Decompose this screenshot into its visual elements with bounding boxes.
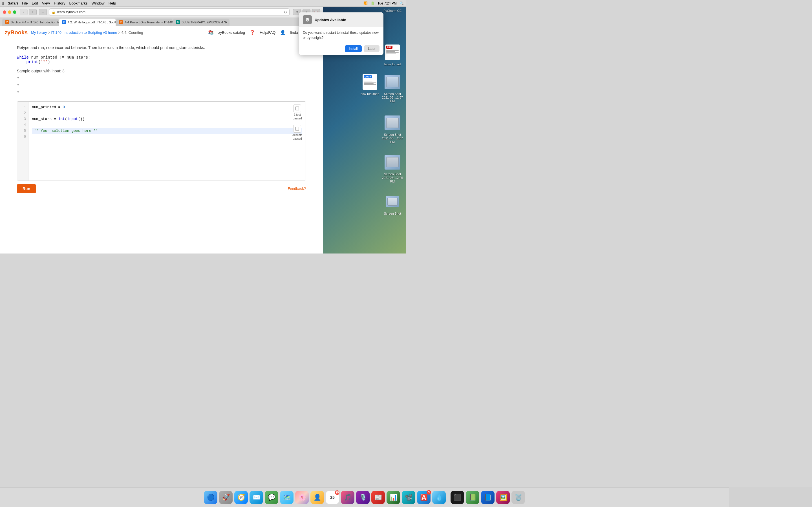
letter-icon: RTF [384, 43, 402, 61]
menubar-battery: 🔋 [370, 1, 375, 5]
screenshot3-icon [384, 153, 402, 171]
desktop-icon-screenshot2[interactable]: Screen Shot2021-05-...2.37 PM [381, 114, 404, 144]
breadcrumb-current: 4.4: Counting [121, 31, 143, 35]
browser-toolbar: ‹ › ☰ 🔒 learn.zybooks.com ↻ ⬆ + 📖 [0, 7, 323, 17]
menubar:  Safari File Edit View History Bookmark… [0, 0, 406, 7]
updates-actions: Install Later [299, 43, 384, 55]
apple-menu[interactable]:  [2, 1, 4, 6]
run-button[interactable]: Run [17, 184, 36, 193]
catalog-icon: 📚 [208, 30, 214, 35]
browser-tab-1[interactable]: Z Section 4.4 – IT 140: Introduction to … [2, 18, 59, 26]
svg-rect-1 [296, 127, 299, 130]
menu-history[interactable]: History [54, 1, 65, 5]
menu-file[interactable]: File [22, 1, 28, 5]
line-numbers: 1 2 3 4 5 6 [17, 102, 29, 180]
desktop-icon-screenshot3[interactable]: Screen Shot2021-05-...2.45 PM [381, 153, 404, 184]
updates-header: ⚙ Updates Available [299, 12, 384, 27]
breadcrumb-course[interactable]: IT 140: Introduction to Scripting v3 hom… [51, 31, 117, 35]
updates-title: Updates Available [315, 18, 346, 22]
line-num-1: 1 [24, 105, 26, 110]
line-num-5: 5 [24, 128, 26, 134]
screenshot2-label: Screen Shot2021-05-...2.37 PM [382, 133, 403, 144]
forward-button[interactable]: › [29, 9, 37, 15]
updates-popup: ⚙ Updates Available Do you want to resta… [299, 12, 384, 55]
browser-tabs: Z Section 4.4 – IT 140: Introduction to … [0, 17, 323, 26]
updates-body: Do you want to restart to install these … [299, 27, 384, 43]
sample-output-label: Sample output with input: 3 [17, 69, 306, 73]
menu-safari[interactable]: Safari [8, 1, 18, 5]
star-1: * [17, 75, 306, 82]
later-button[interactable]: Later [364, 45, 379, 52]
main-content: Retype and run, note incorrect behavior.… [0, 39, 323, 253]
test2-button[interactable]: All testspassed [292, 125, 302, 140]
reload-button[interactable]: ↻ [284, 10, 287, 14]
tab-label-3: 4-4 Project One Reminder – IT-140-J5100 … [124, 20, 172, 24]
line-num-2: 2 [24, 110, 26, 116]
tab-favicon-1: Z [5, 20, 9, 24]
browser-chrome: ‹ › ☰ 🔒 learn.zybooks.com ↻ ⬆ + 📖 Z Sect… [0, 7, 323, 26]
star-3: * [17, 90, 306, 97]
help-link[interactable]: Help/FAQ [260, 31, 275, 35]
code-line-2 [32, 110, 302, 116]
menubar-search[interactable]: 🔍 [400, 1, 404, 5]
zybooks-logo[interactable]: zyBooks [4, 29, 28, 36]
lock-icon: 🔒 [52, 10, 56, 14]
screenshot3-label: Screen Shot2021-05-...2.45 PM [382, 172, 403, 184]
test2-icon [293, 125, 301, 133]
sample-stars: * * * [17, 75, 306, 97]
sidebar-toggle-button[interactable]: ☰ [39, 9, 47, 15]
close-button[interactable] [3, 10, 6, 14]
menu-window[interactable]: Window [91, 1, 104, 5]
desktop-icon-screenshot4[interactable]: Screen Shot [381, 193, 404, 216]
test1-label: 1 testpassed [293, 113, 302, 120]
menu-edit[interactable]: Edit [32, 1, 38, 5]
menu-view[interactable]: View [42, 1, 50, 5]
test1-button[interactable]: 1 testpassed [292, 105, 302, 120]
address-bar[interactable]: 🔒 learn.zybooks.com ↻ [49, 8, 290, 16]
breadcrumb: My library > IT 140: Introduction to Scr… [31, 31, 205, 35]
tab-favicon-3: C [119, 20, 123, 24]
minimize-button[interactable] [8, 10, 11, 14]
browser-tab-4[interactable]: B BLUE THERAPY: EPISODE 4 *R... [173, 18, 230, 26]
code-input-area[interactable]: num_printed = 0 num_stars = int(input())… [29, 102, 306, 180]
tab-favicon-4: B [176, 20, 180, 24]
test2-label: All testspassed [292, 133, 302, 140]
instruction-text: Retype and run, note incorrect behavior.… [17, 45, 306, 51]
install-button[interactable]: Install [345, 45, 361, 52]
desktop-icons: PyCharm CE RTF letter for aid [323, 7, 406, 12]
menubar-wifi: 📶 [363, 1, 368, 5]
menubar-time: Tue 7:24 PM [377, 1, 397, 5]
code-line-3: num_stars = int(input()) [32, 116, 302, 122]
test1-icon [293, 105, 301, 112]
desktop-icon-resume[interactable]: DOCX new resumee [359, 73, 381, 96]
screenshot4-icon [384, 193, 402, 211]
code-line-5: ''' Your solution goes here ''' [32, 128, 302, 134]
breadcrumb-mylibrary[interactable]: My library [31, 31, 47, 35]
zybooks-header: zyBooks My library > IT 140: Introductio… [0, 26, 323, 39]
help-icon: ❓ [250, 30, 255, 35]
breadcrumb-sep1: > [48, 31, 51, 35]
maximize-button[interactable] [13, 10, 16, 14]
screenshot1-label: Screen Shot2021-05-...1.57 PM [382, 92, 403, 103]
screenshot4-preview [388, 198, 398, 206]
tab-label-1: Section 4.4 – IT 140: Introduction to Sc… [11, 20, 59, 24]
catalog-link[interactable]: zyBooks catalog [218, 31, 245, 35]
code-line-4 [32, 122, 302, 128]
svg-rect-0 [296, 107, 299, 110]
screenshot4-label: Screen Shot [384, 212, 401, 216]
screenshot3-preview [386, 157, 399, 167]
menu-help[interactable]: Help [109, 1, 116, 5]
code-sample-line2: print('*') [17, 60, 306, 64]
feedback-link[interactable]: Feedback? [288, 186, 306, 191]
back-button[interactable]: ‹ [20, 9, 28, 15]
desktop-icon-screenshot1[interactable]: Screen Shot2021-05-...1.57 PM [381, 73, 404, 103]
menu-bookmarks[interactable]: Bookmarks [69, 1, 87, 5]
traffic-lights [3, 10, 16, 14]
browser-tab-3[interactable]: C 4-4 Project One Reminder – IT-140-J510… [116, 18, 172, 26]
browser-tab-2[interactable]: P 4.2. While loops.pdf : IT-145 : Southe… [59, 18, 116, 26]
test-buttons: 1 testpassed All testspassed [292, 105, 306, 140]
desktop-icon-letter[interactable]: RTF letter for aid [381, 43, 404, 66]
pycharm-label: PyCharm CE [381, 9, 404, 12]
url-text: learn.zybooks.com [57, 10, 282, 14]
resume-icon: DOCX [361, 73, 379, 91]
